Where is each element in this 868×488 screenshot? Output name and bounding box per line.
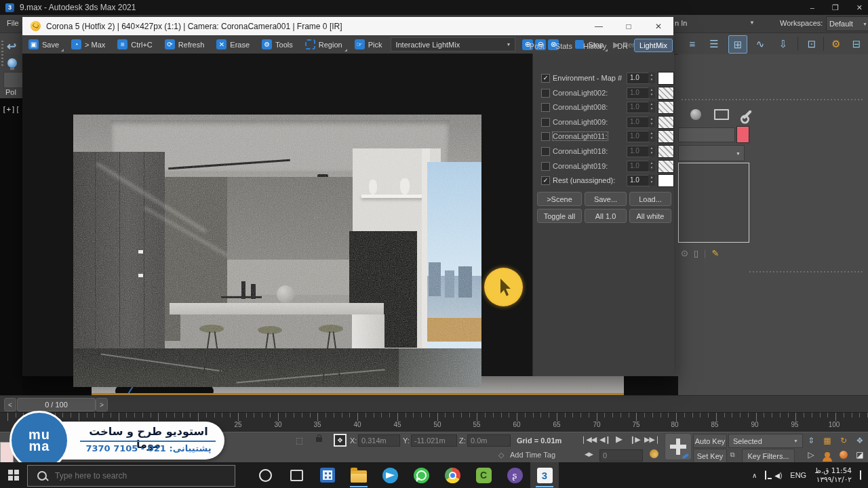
spinner-arrows[interactable]: ▲▼ (648, 87, 655, 98)
send-to-max-button[interactable]: ◔> Max (65, 35, 111, 54)
current-frame-field[interactable]: 0 (599, 449, 643, 462)
lightmix-checkbox[interactable] (541, 132, 550, 141)
close-icon[interactable]: ✕ (856, 3, 863, 12)
previous-key-button[interactable]: ◀❙ (599, 435, 610, 444)
mirror-icon[interactable]: ≡ (684, 35, 701, 52)
spinner-arrows[interactable]: ▲▼ (648, 73, 655, 83)
tab-post[interactable]: Post (525, 40, 549, 52)
keyable-icons[interactable]: ⧉ (727, 449, 738, 460)
undo-icon[interactable]: ↩ (7, 39, 16, 54)
lightmix-value-field[interactable]: 1.0 (627, 117, 650, 128)
corona-minimize-icon[interactable]: — (584, 17, 614, 35)
go-to-end-button[interactable]: ▶▶❘ (644, 435, 660, 444)
material-editor-icon[interactable]: ⊞ (728, 35, 747, 54)
chrome-icon[interactable] (443, 466, 461, 484)
lightmix-checkbox[interactable]: ✓ (541, 176, 550, 185)
toggle-all-button[interactable]: Toggle all (537, 209, 582, 223)
task-view-icon[interactable] (288, 466, 305, 484)
spinner-arrows[interactable]: ▲▼ (648, 131, 655, 142)
next-frame-button[interactable]: > (96, 398, 108, 411)
x-coordinate-field[interactable]: 0.314m (358, 434, 400, 447)
frame-step-arrows[interactable]: ◀▶ (585, 451, 593, 458)
isolate-toggle-icon[interactable]: ⇕ (806, 435, 816, 446)
lightmix-color-swatch[interactable] (658, 116, 674, 129)
spinner-arrows[interactable]: ▲▼ (648, 161, 655, 171)
render-setup-icon[interactable]: ⊡ (803, 35, 821, 52)
lightmix-save-button[interactable]: Save... (585, 192, 627, 206)
scene-button[interactable]: >Scene (537, 192, 582, 206)
maximize-viewport-icon[interactable]: ◪ (854, 449, 865, 460)
selection-lock-icon[interactable] (316, 437, 322, 442)
viewport-dark-region-right[interactable] (624, 376, 678, 395)
interactive-lightmix-dropdown[interactable]: Interactive LightMix ▼ (391, 37, 515, 52)
spinner-arrows[interactable]: ▲▼ (648, 146, 655, 157)
configure-modifier-sets-icon[interactable]: ✎ (711, 248, 719, 258)
set-key-button[interactable]: Set Key (693, 449, 727, 463)
display-tab-icon[interactable] (688, 107, 704, 122)
pick-button[interactable]: ☞Pick (349, 35, 389, 54)
curve-editor-icon[interactable]: ∿ (751, 35, 769, 52)
file-explorer-icon[interactable] (350, 466, 368, 484)
lightmix-value-field[interactable]: 1.0 (627, 73, 650, 84)
spinner-arrows[interactable]: ▲▼ (648, 102, 655, 113)
lightmix-checkbox[interactable]: ✓ (541, 74, 550, 83)
absolute-mode-icon[interactable]: ❖ (334, 434, 347, 447)
copy-button[interactable]: ≡Ctrl+C (111, 35, 158, 54)
lightmix-checkbox[interactable] (541, 147, 550, 156)
lightmix-color-swatch[interactable] (658, 160, 674, 173)
all-1-button[interactable]: All 1.0 (585, 209, 627, 223)
refresh-button[interactable]: ⟳Refresh (159, 35, 211, 54)
monitor-tab-icon[interactable] (713, 107, 730, 122)
schematic-view-icon[interactable]: ⇩ (774, 35, 792, 52)
left-viewport[interactable]: [+][ (0, 98, 24, 395)
frame-counter[interactable]: 0 / 100 (17, 398, 96, 411)
object-color-swatch[interactable] (736, 126, 749, 143)
go-to-start-button[interactable]: ❘◀◀ (580, 435, 596, 444)
save-button[interactable]: ▣Save (22, 35, 65, 54)
render-settings-teapot-icon[interactable]: ⚙ (827, 35, 845, 52)
pin-stack-icon[interactable]: ⊙ (681, 248, 688, 258)
lightbulb-icon[interactable] (7, 58, 17, 68)
lightmix-checkbox[interactable] (541, 103, 550, 112)
lightmix-color-swatch[interactable] (658, 145, 674, 158)
purple-app-icon[interactable]: ʂ (506, 466, 524, 484)
lightmix-value-field[interactable]: 1.0 (627, 161, 650, 172)
tab-lightmix[interactable]: LightMix (634, 39, 673, 52)
lightmix-value-field[interactable]: 1.0 (627, 131, 650, 142)
lightmix-value-field[interactable]: 1.0 (627, 175, 650, 186)
spinner-arrows[interactable]: ▲▼ (648, 175, 655, 186)
z-coordinate-field[interactable]: 0.0m (467, 434, 511, 447)
tab-stats[interactable]: Stats (551, 40, 577, 52)
lightmix-value-field[interactable]: 1.0 (627, 87, 650, 99)
lightmix-value-field[interactable]: 1.0 (627, 146, 650, 157)
previous-frame-button[interactable]: < (4, 398, 16, 411)
lightmix-color-swatch[interactable] (658, 87, 674, 100)
selection-set-dropdown[interactable]: Selected ▼ (728, 434, 803, 448)
erase-button[interactable]: ✕Erase (210, 35, 256, 54)
restore-icon[interactable]: ❐ (832, 3, 839, 12)
sphere-icon[interactable] (838, 449, 849, 460)
tools-button[interactable]: ⚙Tools (256, 35, 299, 54)
person-icon[interactable] (822, 449, 833, 460)
cortana-icon[interactable] (256, 466, 274, 484)
search-input[interactable] (54, 470, 212, 481)
speaker-icon[interactable]: ◀) (774, 472, 782, 479)
modifier-stack[interactable] (678, 163, 749, 243)
lightmix-checkbox[interactable] (541, 89, 550, 98)
lightmix-load-button[interactable]: Load... (629, 192, 671, 206)
play-button[interactable]: ▶ (616, 434, 622, 444)
sign-in[interactable]: n In (675, 19, 687, 27)
camtasia-icon[interactable]: C (475, 466, 492, 484)
3dsmax-taskbar-icon[interactable]: 3 (536, 466, 553, 484)
telegram-icon[interactable] (381, 466, 399, 484)
set-keys-button[interactable] (665, 433, 692, 460)
lightmix-color-swatch[interactable] (658, 174, 674, 187)
modifier-list-dropdown[interactable]: ▼ (678, 145, 745, 161)
all-white-button[interactable]: All white (629, 209, 671, 223)
lightmix-color-swatch[interactable] (658, 72, 674, 85)
auto-key-button[interactable]: Auto Key (693, 434, 727, 448)
action-center-icon[interactable] (860, 471, 861, 479)
render-canvas-area[interactable] (22, 54, 532, 376)
language-indicator[interactable]: ENG (790, 471, 806, 479)
network-icon[interactable] (765, 471, 766, 479)
